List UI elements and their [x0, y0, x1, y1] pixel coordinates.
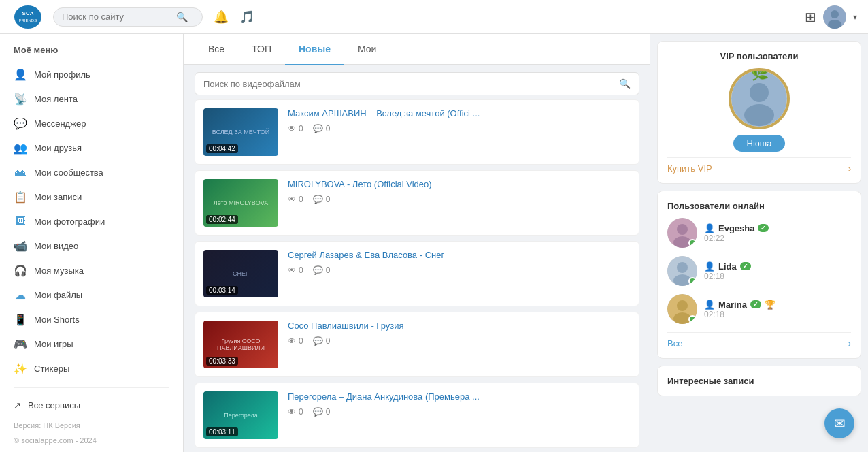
comments-stat: 💬 0 [313, 407, 331, 417]
video-thumbnail: ВСЛЕД ЗА МЕЧТОЙ 00:04:42 [203, 108, 278, 156]
sidebar-item-my-communities[interactable]: 🏘 Мои сообщества [0, 160, 183, 184]
views-count: 0 [299, 265, 303, 275]
tabs-row: Все ТОП Новые Мои [184, 34, 650, 65]
video-info: MIROLYBOVA - Лето (Official Video) 👁 0 💬… [288, 179, 631, 204]
sidebar-item-my-notes[interactable]: 📋 Мои записи [0, 184, 183, 209]
comments-count: 0 [326, 124, 331, 133]
video-duration: 00:03:33 [206, 357, 238, 366]
video-title[interactable]: Перегорела – Диана Анкудинова (Премьера … [288, 391, 631, 402]
vip-user-name-button[interactable]: Нюша [733, 135, 786, 152]
sidebar-item-stickers[interactable]: ✨ Стикеры [0, 356, 183, 381]
views-stat: 👁 0 [288, 407, 303, 417]
tab-top[interactable]: ТОП [238, 34, 285, 65]
sidebar-item-my-profile[interactable]: 👤 Мой профиль [0, 62, 183, 86]
views-stat: 👁 0 [288, 265, 303, 275]
eye-icon: 👁 [288, 336, 296, 346]
video-stats: 👁 0 💬 0 [288, 407, 631, 417]
user-icon: 👤 [704, 300, 715, 310]
games-icon: 🎮 [14, 337, 27, 351]
bell-icon[interactable]: 🔔 [214, 10, 229, 25]
vip-widget-title: VIP пользователи [667, 51, 851, 61]
notes-icon: 📋 [14, 190, 27, 204]
photos-icon: 🖼 [14, 214, 27, 228]
video-stats: 👁 0 💬 0 [288, 336, 631, 346]
online-user-avatar [667, 218, 697, 248]
user-icon: 👤 [704, 223, 715, 233]
sidebar-copyright: © socialappe.com - 2024 [0, 435, 183, 446]
buy-vip-label: Купить VIP [667, 163, 712, 174]
video-info: Перегорела – Диана Анкудинова (Премьера … [288, 391, 631, 417]
sidebar-item-messenger[interactable]: 💬 Мессенджер [0, 111, 183, 135]
sidebar-item-my-games[interactable]: 🎮 Мои игры [0, 332, 183, 356]
sidebar-item-my-shorts[interactable]: 📱 Мои Shorts [0, 307, 183, 332]
grid-icon[interactable]: ⊞ [805, 9, 816, 25]
online-username: 👤 Evgesha ✓ [704, 223, 851, 233]
sidebar-version: Версия: ПК Версия [0, 416, 183, 435]
tab-mine[interactable]: Мои [344, 34, 390, 65]
message-fab-button[interactable]: ✉ [824, 408, 854, 438]
sidebar-all-services[interactable]: ↗ Все сервисы [0, 395, 183, 416]
user-avatar-header[interactable] [823, 5, 846, 29]
shorts-icon: 📱 [14, 312, 27, 326]
sidebar-item-label: Мои сообщества [34, 167, 103, 178]
all-services-label: Все сервисы [28, 400, 80, 410]
sidebar-item-my-music[interactable]: 🎧 Моя музыка [0, 258, 183, 282]
video-list: ВСЛЕД ЗА МЕЧТОЙ 00:04:42 Максим АРШАВИН … [184, 99, 650, 452]
stickers-icon: ✨ [14, 361, 27, 375]
online-all-label: Все [667, 338, 682, 349]
comments-stat: 💬 0 [313, 336, 331, 346]
sidebar-item-label: Моя лента [34, 94, 78, 104]
sidebar-item-label: Стикеры [34, 364, 69, 374]
video-item: ВСЛЕД ЗА МЕЧТОЙ 00:04:42 Максим АРШАВИН … [195, 99, 639, 165]
user-menu-chevron[interactable]: ▾ [853, 12, 857, 22]
sidebar-item-label: Мои игры [34, 339, 73, 349]
video-duration: 00:03:14 [206, 286, 238, 295]
sidebar-item-label: Мои фотографии [34, 216, 105, 227]
sidebar-item-my-files[interactable]: ☁ Мои файлы [0, 282, 183, 307]
tab-all[interactable]: Все [195, 34, 238, 65]
video-thumbnail: Перегорела 00:03:11 [203, 391, 278, 439]
online-username: 👤 Marina ✓ 🏆 [704, 300, 851, 310]
svg-point-16 [677, 300, 688, 311]
online-time: 02:18 [704, 310, 851, 319]
vip-widget: VIP пользователи 🌿 Нюша Купить VIP › [657, 41, 861, 184]
eye-icon: 👁 [288, 265, 296, 275]
sidebar-item-label: Мои файлы [34, 290, 82, 300]
comment-icon: 💬 [313, 265, 323, 275]
online-users-title: Пользователи онлайн [667, 201, 851, 211]
video-icon: 📹 [14, 239, 27, 253]
video-stats: 👁 0 💬 0 [288, 195, 631, 204]
logo[interactable]: SCA FRIENDS [11, 3, 45, 31]
video-item: Грузия СОСО ПАВЛИАШВИЛИ 00:03:33 Сосо Па… [195, 312, 639, 377]
buy-vip-link[interactable]: Купить VIP › [667, 157, 851, 174]
sidebar-item-my-photos[interactable]: 🖼 Мои фотографии [0, 209, 183, 233]
sidebar-item-my-feed[interactable]: 📡 Моя лента [0, 86, 183, 111]
interesting-records-widget: Интересные записи [657, 366, 861, 396]
sidebar: Моё меню 👤 Мой профиль 📡 Моя лента 💬 Мес… [0, 34, 184, 452]
online-all-link[interactable]: Все › [667, 332, 851, 349]
video-stats: 👁 0 💬 0 [288, 124, 631, 133]
sidebar-item-my-friends[interactable]: 👥 Мои друзья [0, 135, 183, 160]
sidebar-item-label: Мои видео [34, 241, 78, 251]
online-username: 👤 Lida ✓ [704, 261, 851, 272]
video-title[interactable]: MIROLYBOVA - Лето (Official Video) [288, 179, 631, 189]
video-search-bar[interactable]: 🔍 [195, 72, 639, 95]
vip-user-avatar: 🌿 [729, 68, 790, 129]
online-users-widget: Пользователи онлайн 👤 Evgesha [657, 191, 861, 359]
music-icon[interactable]: 🎵 [239, 10, 254, 25]
video-info: Сергей Лазарев & Ева Власова - Снег 👁 0 … [288, 250, 631, 275]
header-search-bar[interactable]: 🔍 [53, 7, 203, 27]
video-search-input[interactable] [203, 79, 614, 89]
video-title[interactable]: Сосо Павлиашвили - Грузия [288, 321, 631, 331]
sidebar-divider [14, 387, 169, 388]
search-input[interactable] [62, 12, 171, 22]
video-title[interactable]: Сергей Лазарев & Ева Власова - Снег [288, 250, 631, 260]
vip-crown-icon: 🌿 [750, 68, 769, 82]
sidebar-item-my-video[interactable]: 📹 Мои видео [0, 233, 183, 258]
tab-new[interactable]: Новые [285, 34, 344, 65]
user-icon: 👤 [704, 261, 715, 272]
online-user-info: 👤 Lida ✓ 02:18 [704, 261, 851, 281]
online-user-item: 👤 Lida ✓ 02:18 [667, 256, 851, 286]
video-title[interactable]: Максим АРШАВИН – Вслед за мечтой (Offici… [288, 108, 631, 118]
video-thumbnail: СНЕГ 00:03:14 [203, 250, 278, 297]
